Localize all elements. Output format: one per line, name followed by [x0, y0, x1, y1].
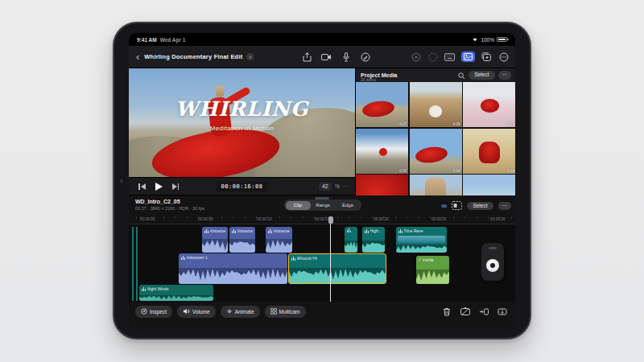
button-label: Volume	[192, 309, 210, 315]
edit-mode-clip[interactable]: Clip	[286, 201, 311, 210]
close-project-icon[interactable]: ×	[246, 53, 254, 60]
jog-slot	[489, 247, 497, 249]
timeline-bottom-toolbar: InspectVolumeAnimateMulticam	[129, 302, 515, 321]
video-viewer[interactable]: WHIRLING Meditation in Motion	[129, 68, 355, 177]
timecode-display[interactable]: 00:00:16:08	[217, 182, 268, 191]
audio-waveform-icon	[365, 229, 369, 233]
timeline-header: WD_Intro_C2_05 00:27 · 3840 × 2160 · HDR…	[129, 195, 515, 216]
timeline-clip[interactable]	[345, 227, 357, 253]
more-options-icon[interactable]	[498, 51, 509, 62]
timeline-ruler[interactable]: 00:00:0000:00:0500:00:1000:00:1500:00:20…	[129, 216, 515, 224]
skip-forward-icon[interactable]	[163, 183, 180, 190]
audio-waveform-icon	[268, 229, 272, 233]
timeline-clip[interactable]: Time Reve	[396, 227, 447, 253]
animate-button[interactable]: Animate	[221, 306, 260, 318]
clip-waveform	[266, 239, 292, 253]
clip-label: Voiceover 1	[187, 255, 208, 260]
media-thumbnail[interactable]: 0:09	[410, 82, 462, 127]
share-icon[interactable]	[302, 51, 312, 62]
timeline-clip[interactable]: Voiceover 1	[179, 253, 287, 284]
timeline-select-button[interactable]: Select	[467, 202, 493, 211]
timeline-clip[interactable]: High...	[362, 227, 385, 253]
volume-button[interactable]: Volume	[177, 306, 216, 318]
disable-clip-icon[interactable]	[460, 306, 470, 316]
back-chevron-icon[interactable]: ‹	[136, 51, 139, 62]
music-note-icon: ♪	[419, 257, 421, 262]
timeline-clip[interactable]: Voiceover 2	[202, 227, 228, 253]
animate-icon	[226, 308, 233, 315]
timeline-clip[interactable]: ♪Inertia	[416, 256, 449, 284]
status-time: 9:41 AM	[137, 37, 157, 43]
media-more-button[interactable]: ···	[498, 71, 512, 80]
thumbnail-duration: 0:07	[399, 122, 407, 126]
transport-bar: 00:00:16:08 42 % ···	[129, 177, 355, 195]
pencil-record-icon[interactable]	[360, 51, 370, 62]
media-thumbnail[interactable]: 0:52	[463, 82, 515, 127]
media-browser-icon[interactable]	[461, 51, 475, 62]
project-title[interactable]: Whirling Documentary Final Edit	[144, 53, 242, 60]
play-icon[interactable]	[155, 183, 163, 191]
media-thumbnail[interactable]: 0:04	[410, 129, 462, 174]
media-thumbnail[interactable]: 0:20	[356, 129, 408, 174]
magnetic-timeline-icon[interactable]: ∞	[441, 202, 447, 210]
playhead-handle[interactable]	[328, 216, 333, 224]
thumbnail-duration: 0:20	[399, 169, 407, 173]
multicam-button[interactable]: Multicam	[265, 306, 306, 318]
inspect-button[interactable]: Inspect	[135, 306, 172, 318]
timeline-clip-selected[interactable]: Whoosh Hit	[288, 253, 386, 284]
jog-wheel-control[interactable]	[481, 243, 504, 281]
clip-label: Voiceover 3	[237, 228, 253, 233]
playhead[interactable]	[330, 216, 331, 302]
viewer-more-icon[interactable]: ···	[343, 183, 349, 189]
audio-waveform-icon	[232, 229, 236, 233]
keyboard-icon[interactable]	[444, 51, 455, 62]
clip-waveform	[202, 239, 228, 253]
thumbnail-subject	[415, 145, 449, 164]
circle-icon[interactable]	[427, 51, 438, 62]
timeline-clip[interactable]: Voiceover 5	[266, 227, 292, 253]
overwrite-mode-icon[interactable]	[452, 199, 462, 213]
multicam-icon	[270, 308, 277, 315]
timeline-clip[interactable]: Voiceover 3	[229, 227, 255, 253]
audio-waveform-icon	[398, 229, 402, 233]
skip-back-icon[interactable]	[129, 183, 146, 190]
inspect-icon	[141, 308, 147, 315]
circle-x-icon[interactable]	[411, 51, 421, 62]
edit-mode-range[interactable]: Range	[311, 201, 336, 210]
jog-knob[interactable]	[486, 259, 499, 272]
timeline-more-button[interactable]: ···	[498, 202, 512, 211]
audio-waveform-icon	[347, 228, 351, 232]
edit-mode-edge[interactable]: Edge	[336, 201, 361, 210]
timeline-clip[interactable]: Night Winds	[139, 285, 213, 301]
front-camera	[120, 179, 123, 183]
media-browser-header: Project Media 26 items Select ···	[356, 68, 515, 82]
viewer-subtitle-overlay: Meditation in Motion	[129, 125, 355, 132]
viewer-title-overlay: WHIRLING	[129, 97, 355, 121]
clip-label: Voiceover 5	[274, 228, 290, 233]
microphone-icon[interactable]	[341, 51, 351, 62]
timeline-clip-name: WD_Intro_C2_05	[135, 199, 180, 204]
camera-icon[interactable]	[321, 51, 332, 62]
overwrite-clip-icon[interactable]	[497, 306, 507, 316]
thumbnail-subject	[479, 142, 500, 163]
thumbnail-duration: 0:04	[453, 169, 460, 173]
audio-waveform-icon	[204, 229, 208, 233]
audio-waveform-icon	[291, 257, 295, 261]
desktop-background: 9:41 AMWed Apr 1 100% ‹ Whirling Documen…	[0, 0, 644, 362]
audio-waveform-icon	[142, 287, 146, 291]
media-thumbnail[interactable]: 0:07	[356, 82, 408, 127]
clip-waveform	[416, 269, 449, 284]
clip-label: Voiceover 2	[210, 228, 225, 233]
viewer-zoom-value[interactable]: 42	[319, 183, 332, 191]
trash-icon[interactable]	[442, 306, 452, 316]
clip-waveform	[345, 241, 357, 253]
connect-clip-icon[interactable]	[479, 306, 489, 316]
search-icon[interactable]	[458, 68, 465, 83]
clip-label: Inertia	[423, 257, 434, 262]
add-media-icon[interactable]	[481, 51, 492, 62]
clip-edge-sliver	[136, 227, 138, 301]
media-select-button[interactable]: Select	[469, 71, 494, 80]
media-thumbnail[interactable]: 0:18	[463, 129, 515, 174]
ruler-timecode: 00:00:20	[374, 217, 389, 221]
ruler-timecode: 00:00:15	[315, 217, 330, 221]
